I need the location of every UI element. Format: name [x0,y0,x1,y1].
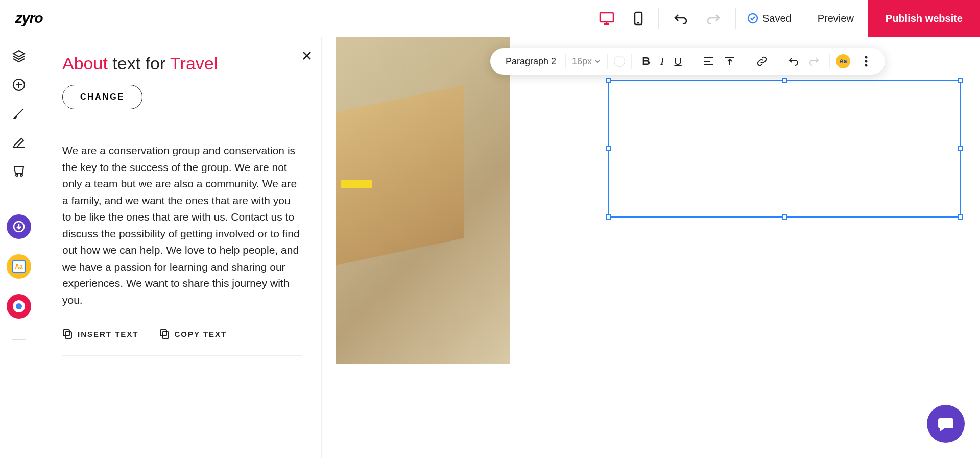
save-status: Saved [736,13,803,25]
text-selection-box[interactable] [608,80,961,218]
logo: zyro [15,10,43,27]
header-actions: Saved Preview Publish website [584,0,980,37]
desktop-icon [599,12,614,25]
ai-writer-toolbar-button[interactable]: Aa [836,54,850,68]
resize-handle-tm[interactable] [782,78,787,83]
svg-point-25 [865,64,867,67]
pen-icon [12,135,26,149]
editor-canvas[interactable] [322,37,980,458]
svg-point-11 [20,174,22,176]
italic-icon: I [660,55,664,68]
svg-point-10 [16,174,18,176]
text-format-toolbar: Paragraph 2 16px B I U [490,48,885,75]
ai-badge-icon: Aa [12,260,26,273]
link-icon [756,56,768,67]
mobile-icon [634,11,643,26]
saved-label: Saved [762,13,792,25]
close-icon [302,51,312,61]
svg-point-24 [865,60,867,63]
desktop-view-button[interactable] [594,8,619,29]
underline-button[interactable]: U [670,53,685,70]
more-options-button[interactable] [863,56,870,67]
app-header: zyro Saved Preview Publ [0,0,980,37]
resize-handle-bl[interactable] [606,214,611,220]
bold-icon: B [642,55,650,68]
ai-writer-button[interactable]: Aa [7,254,31,279]
copy-text-button[interactable]: COPY TEXT [159,329,227,339]
heatmap-button[interactable] [7,294,31,319]
align-button[interactable] [699,54,718,69]
styles-button[interactable] [12,107,26,120]
text-undo-button[interactable] [784,54,803,69]
redo-icon [707,13,720,24]
device-switcher [584,0,658,37]
plus-circle-icon [12,78,26,91]
resize-handle-tl[interactable] [606,78,611,83]
undo-button[interactable] [669,9,692,28]
kebab-icon [865,56,868,67]
title-part-2: text for [108,54,170,73]
cart-icon [12,164,26,177]
italic-button[interactable]: I [656,52,668,71]
vertical-align-button[interactable] [720,53,739,69]
layers-icon [12,50,26,63]
insert-text-button[interactable]: INSERT TEXT [62,329,139,339]
import-button[interactable] [7,214,31,239]
brush-icon [12,107,26,120]
rail-divider [12,339,26,340]
text-color-button[interactable] [614,56,625,67]
title-part-1: About [62,54,108,73]
redo-icon [809,57,819,66]
svg-rect-16 [65,332,71,338]
resize-handle-mr[interactable] [958,146,963,151]
panel-title: About text for Travel [62,54,302,74]
copy-icon [159,329,170,339]
undo-icon [674,13,687,24]
ai-content-panel: About text for Travel CHANGE We are a co… [43,37,322,458]
eye-icon [13,300,25,312]
resize-handle-ml[interactable] [606,146,611,151]
blog-button[interactable] [12,135,26,149]
generated-text: We are a conservation group and conserva… [62,142,302,308]
align-top-icon [724,56,735,66]
redo-button[interactable] [702,9,725,28]
support-chat-button[interactable] [927,405,965,443]
rail-divider [12,196,26,196]
text-style-selector[interactable]: Paragraph 2 [499,48,565,75]
underline-icon: U [674,56,681,67]
left-toolbar: Aa [0,37,38,458]
add-element-button[interactable] [12,78,26,91]
font-size-selector[interactable]: 16px [566,48,607,75]
change-button[interactable]: CHANGE [62,85,142,109]
mobile-view-button[interactable] [629,7,648,30]
text-redo-button[interactable] [805,54,823,69]
title-part-3: Travel [170,54,218,73]
chat-icon [937,415,954,432]
panel-divider [62,355,302,356]
resize-handle-bm[interactable] [782,214,787,220]
store-button[interactable] [12,164,26,177]
saved-check-icon [747,13,758,24]
panel-actions: INSERT TEXT COPY TEXT [62,329,302,339]
chevron-down-icon [594,58,601,65]
text-cursor [613,85,613,96]
svg-rect-15 [63,330,69,336]
publish-button[interactable]: Publish website [868,0,980,37]
link-button[interactable] [752,53,772,70]
layers-button[interactable] [12,50,26,63]
history-group [659,0,735,37]
preview-button[interactable]: Preview [803,0,868,37]
panel-divider [62,126,302,126]
resize-handle-br[interactable] [958,214,963,220]
svg-rect-17 [160,330,166,336]
bold-button[interactable]: B [638,52,654,71]
close-panel-button[interactable] [302,51,312,61]
section-image[interactable] [336,37,510,364]
undo-icon [788,57,799,66]
align-left-icon [703,57,714,66]
download-circle-icon [13,221,25,233]
insert-icon [62,329,73,339]
resize-handle-tr[interactable] [958,78,963,83]
text-style-label: Paragraph 2 [506,56,559,67]
font-size-label: 16px [572,56,592,67]
